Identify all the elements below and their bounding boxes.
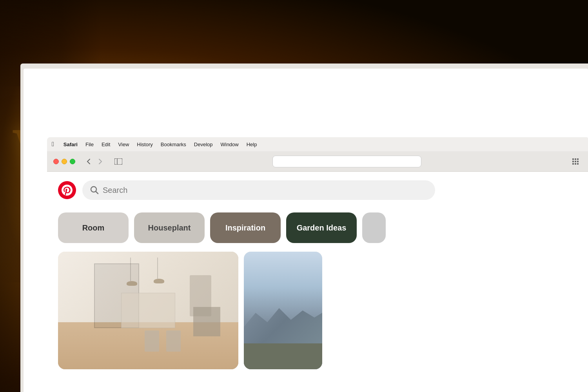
category-garden-ideas[interactable]: Garden Ideas <box>286 212 357 243</box>
svg-line-3 <box>96 192 98 194</box>
categories-row: Room Houseplant Inspiration Garden Ideas <box>47 209 588 252</box>
category-inspiration[interactable]: Inspiration <box>210 212 281 243</box>
menu-window[interactable]: Window <box>216 141 242 148</box>
traffic-lights <box>53 159 75 164</box>
back-button[interactable] <box>83 157 94 166</box>
grid-icon <box>572 158 579 165</box>
menu-develop[interactable]: Develop <box>190 141 217 148</box>
browser-toolbar <box>47 151 588 172</box>
category-houseplant[interactable]: Houseplant <box>134 212 205 243</box>
pinterest-header: Search <box>47 172 588 209</box>
maximize-button[interactable] <box>70 159 75 164</box>
screen-inner:  Safari File Edit View History Bookmark… <box>24 69 588 392</box>
close-button[interactable] <box>53 159 59 164</box>
menu-file[interactable]: File <box>82 141 98 148</box>
pin-card-room[interactable] <box>58 252 238 369</box>
svg-rect-0 <box>114 158 122 165</box>
room-image <box>58 252 238 369</box>
category-room[interactable]: Room <box>58 212 129 243</box>
nav-buttons <box>83 157 106 166</box>
menu-view[interactable]: View <box>114 141 133 148</box>
apple-menu[interactable]:  <box>52 141 54 148</box>
menu-bar:  Safari File Edit View History Bookmark… <box>47 137 588 151</box>
nature-image <box>244 252 322 369</box>
menu-safari[interactable]: Safari <box>60 141 82 148</box>
minimize-button[interactable] <box>62 159 67 164</box>
menu-bookmarks[interactable]: Bookmarks <box>157 141 190 148</box>
extensions-button[interactable] <box>569 157 582 166</box>
browser-content: Search Room Houseplant Inspiration Garde… <box>47 172 588 392</box>
address-bar[interactable] <box>272 156 421 167</box>
pin-card-nature[interactable] <box>244 252 322 369</box>
pins-area <box>47 252 588 369</box>
search-placeholder: Search <box>103 186 127 195</box>
forward-button[interactable] <box>95 157 106 166</box>
sidebar-toggle-button[interactable] <box>112 157 125 166</box>
search-bar[interactable]: Search <box>82 180 435 200</box>
menu-help[interactable]: Help <box>243 141 261 148</box>
search-icon <box>90 186 99 194</box>
category-more[interactable] <box>362 212 386 243</box>
pinterest-logo[interactable] <box>58 181 76 199</box>
menu-edit[interactable]: Edit <box>98 141 114 148</box>
menu-history[interactable]: History <box>133 141 156 148</box>
laptop-frame:  Safari File Edit View History Bookmark… <box>20 64 588 392</box>
address-bar-area <box>129 156 564 167</box>
